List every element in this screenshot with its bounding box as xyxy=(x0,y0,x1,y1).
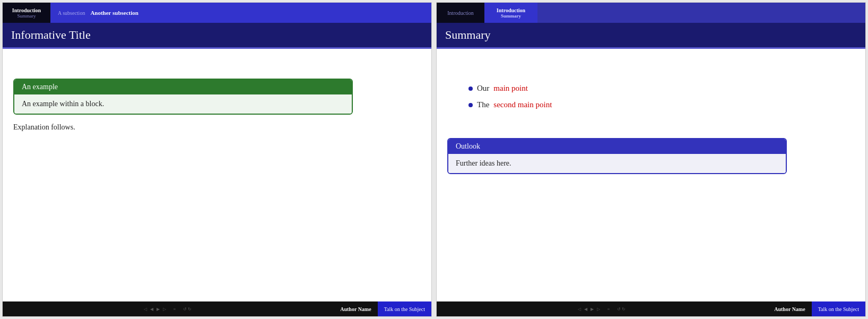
slide2-nav-spacer xyxy=(537,3,865,23)
slide2-nav-section-title: Introduction xyxy=(497,7,525,13)
bullet-dot-1 xyxy=(468,87,473,91)
nav-icons: ◁ ◀ ▶ ▷ ≡ ↺↻ xyxy=(144,307,193,312)
slide2-nav-section-subtitle: Summary xyxy=(501,13,521,19)
slide2-nav-active-section: Introduction Summary xyxy=(484,3,537,23)
slide2-bullet-1-prefix: Our xyxy=(477,84,489,93)
slide2-bullet-1-highlight: main point xyxy=(493,84,528,93)
slide2-navbar: Introduction Introduction Summary xyxy=(437,3,865,23)
slide2-outlook-block: Outlook Further ideas here. xyxy=(447,138,787,174)
slide2-footer-talk: Talk on the Subject xyxy=(812,301,865,316)
slide2-content: Our main point The second main point Out… xyxy=(437,49,865,301)
nav-icons-2: ◁ ◀ ▶ ▷ ≡ ↺↻ xyxy=(578,307,627,312)
slide2-bullet-1: Our main point xyxy=(468,84,855,93)
slide1-example-header: An example xyxy=(14,80,352,94)
slide1-nav-section-title: Introduction xyxy=(12,7,41,13)
slide2-bullet-2: The second main point xyxy=(468,100,855,109)
slide1-nav-section1: Introduction Summary xyxy=(3,3,50,23)
slide1-title: Informative Title xyxy=(11,28,91,41)
slide1-footer: ◁ ◀ ▶ ▷ ≡ ↺↻ Author Name Talk on the Sub… xyxy=(3,301,431,316)
bullet-dot-2 xyxy=(468,103,473,107)
slide1-example-block: An example An example within a block. xyxy=(13,79,353,115)
slide1-nav-tab-active[interactable]: A subsection Another subsection xyxy=(50,3,431,23)
slide2-title: Summary xyxy=(445,28,491,41)
slide2-nav-introduction: Introduction xyxy=(447,10,473,16)
slide-1: Introduction Summary A subsection Anothe… xyxy=(2,2,432,317)
slide1-nav-subsection-active: Another subsection xyxy=(90,10,138,16)
slide2-bullet-2-prefix: The xyxy=(477,100,489,109)
slide1-footer-nav-icons: ◁ ◀ ▶ ▷ ≡ ↺↻ xyxy=(3,307,334,312)
slide1-nav-section-subtitle: Summary xyxy=(18,13,36,19)
slide1-example-body: An example within a block. xyxy=(14,94,352,114)
slide1-footer-talk: Talk on the Subject xyxy=(378,301,431,316)
slide1-nav-subsection-inactive: A subsection xyxy=(58,10,85,16)
slide1-content: An example An example within a block. Ex… xyxy=(3,49,431,301)
slide1-explanation: Explanation follows. xyxy=(13,123,421,132)
slide1-navbar: Introduction Summary A subsection Anothe… xyxy=(3,3,431,23)
slide2-footer: ◁ ◀ ▶ ▷ ≡ ↺↻ Author Name Talk on the Sub… xyxy=(437,301,865,316)
slide2-bullet-2-highlight: second main point xyxy=(493,100,552,109)
slide2-bullet-list: Our main point The second main point xyxy=(468,84,855,117)
slide2-outlook-body: Further ideas here. xyxy=(448,154,786,173)
slide2-title-bar: Summary xyxy=(437,23,865,49)
slide2-footer-nav-icons: ◁ ◀ ▶ ▷ ≡ ↺↻ xyxy=(437,307,768,312)
slide1-footer-author: Author Name xyxy=(334,306,377,312)
slide2-outlook-header: Outlook xyxy=(448,139,786,154)
slide-2: Introduction Introduction Summary Summar… xyxy=(436,2,866,317)
slide1-title-bar: Informative Title xyxy=(3,23,431,49)
slide2-footer-author: Author Name xyxy=(768,306,811,312)
slide2-nav-inactive-section: Introduction xyxy=(437,3,484,23)
